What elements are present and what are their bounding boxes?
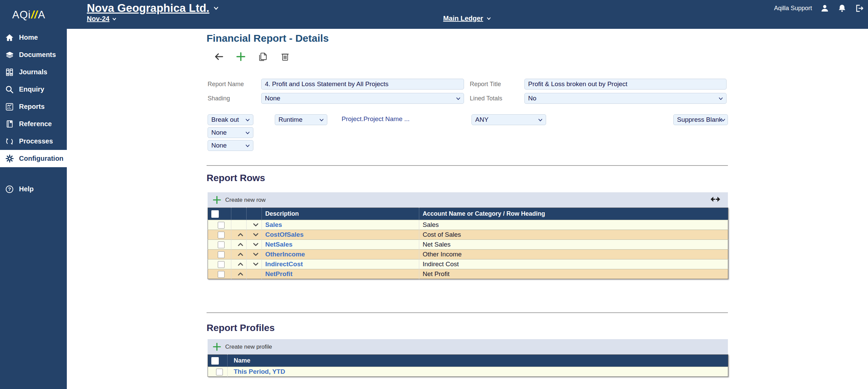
create-new-profile-button[interactable]: Create new profile (212, 342, 272, 351)
none-value: None (211, 142, 227, 149)
breakout-none-select-3[interactable]: None (208, 140, 253, 151)
column-header-name: Name (228, 355, 728, 367)
user-icon[interactable] (820, 4, 829, 13)
row-checkbox[interactable] (218, 251, 225, 258)
row-account-name: Other Income (423, 251, 462, 258)
row-checkbox[interactable] (218, 271, 225, 278)
report-name-input[interactable] (261, 79, 464, 90)
move-up-icon[interactable] (237, 260, 244, 268)
report-name-label: Report Name (208, 81, 261, 88)
row-checkbox[interactable] (216, 369, 223, 375)
report-profiles-toolbar: Create new profile (208, 339, 728, 354)
select-all-checkbox[interactable] (211, 357, 219, 365)
move-down-icon[interactable] (252, 251, 259, 258)
period-selector[interactable]: Nov-24 (87, 15, 219, 23)
runtime-value: Runtime (278, 116, 303, 123)
sidebar-item-label: Enquiry (19, 85, 44, 93)
break-out-value: Break out (211, 116, 239, 123)
row-checkbox[interactable] (218, 232, 225, 238)
row-description-link[interactable]: NetSales (265, 241, 292, 248)
none-value: None (211, 129, 227, 136)
sidebar-item-reports[interactable]: Reports (0, 98, 67, 115)
move-down-icon[interactable] (252, 260, 259, 268)
sidebar-item-home[interactable]: Home (0, 29, 67, 46)
sidebar-item-reference[interactable]: Reference (0, 115, 67, 133)
sidebar-item-label: Home (19, 34, 38, 41)
move-up-icon[interactable] (237, 251, 244, 258)
move-down-icon[interactable] (252, 231, 259, 238)
row-description-link[interactable]: CostOfSales (265, 231, 304, 238)
back-button[interactable] (213, 51, 224, 62)
move-up-icon[interactable] (237, 241, 244, 248)
row-checkbox[interactable] (218, 222, 225, 229)
table-header-row: Description Account Name or Category / R… (208, 208, 728, 220)
move-down-icon[interactable] (252, 221, 259, 229)
create-new-row-label: Create new row (225, 197, 266, 203)
move-down-icon[interactable] (252, 241, 259, 248)
create-new-row-button[interactable]: Create new row (212, 195, 266, 205)
project-name-link[interactable]: Project.Project Name ... (342, 115, 410, 123)
row-description-link[interactable]: Sales (265, 221, 282, 228)
column-header-description: Description (262, 208, 419, 220)
row-description-link[interactable]: OtherIncome (265, 251, 305, 258)
report-profiles-table: Name This Period, YTD (208, 354, 728, 377)
add-button[interactable] (235, 51, 246, 62)
company-selector[interactable]: Nova Geographica Ltd. (87, 2, 219, 15)
sidebar-item-journals[interactable]: Journals (0, 63, 67, 81)
sidebar-item-configuration[interactable]: Configuration (0, 150, 67, 167)
period-label: Nov-24 (87, 15, 110, 23)
ledger-selector[interactable]: Main Ledger (443, 15, 492, 22)
table-row: This Period, YTD (208, 367, 728, 377)
resize-columns-button[interactable] (710, 196, 720, 203)
shading-select[interactable]: None (261, 93, 464, 104)
table-row: OtherIncome Other Income (208, 250, 728, 259)
move-up-icon[interactable] (237, 231, 244, 238)
logout-icon[interactable] (855, 4, 864, 13)
back-icon (214, 52, 224, 62)
row-checkbox[interactable] (218, 261, 225, 268)
row-account-name: Cost of Sales (423, 231, 461, 238)
chevron-down-icon (213, 5, 219, 12)
report-profiles-heading: Report Profiles (207, 323, 275, 333)
sidebar-item-label: Help (19, 185, 34, 193)
suppress-blank-select[interactable]: Suppress Blank (673, 114, 728, 125)
sidebar-item-processes[interactable]: Processes (0, 133, 67, 150)
any-select[interactable]: ANY (471, 114, 546, 125)
row-account-name: Net Sales (423, 241, 450, 248)
sidebar-item-documents[interactable]: Documents (0, 46, 67, 63)
profile-name-link[interactable]: This Period, YTD (234, 368, 285, 375)
page-title: Financial Report - Details (207, 33, 329, 44)
breakout-none-select-2[interactable]: None (208, 127, 253, 138)
lined-totals-select[interactable]: No (524, 93, 727, 104)
report-rows-table: Description Account Name or Category / R… (208, 208, 728, 279)
sidebar-item-label: Reports (19, 103, 45, 111)
sidebar-item-label: Journals (19, 68, 47, 76)
row-checkbox[interactable] (218, 241, 225, 248)
journals-icon (4, 67, 15, 77)
chevron-down-icon (718, 96, 724, 101)
runtime-select[interactable]: Runtime (275, 114, 327, 125)
row-description-link[interactable]: NetProfit (265, 270, 292, 277)
break-out-select[interactable]: Break out (208, 114, 253, 125)
copy-button[interactable] (257, 51, 268, 62)
chevron-down-icon (112, 16, 117, 22)
company-name: Nova Geographica Ltd. (87, 2, 209, 15)
report-rows-heading: Report Rows (207, 173, 265, 183)
table-row: IndirectCost Indirect Cost (208, 259, 728, 269)
report-title-input[interactable] (524, 79, 727, 90)
sidebar-item-help[interactable]: ? Help (0, 180, 67, 198)
sidebar-item-enquiry[interactable]: Enquiry (0, 81, 67, 98)
trash-icon (280, 52, 290, 62)
table-header-row: Name (208, 355, 728, 367)
row-description-link[interactable]: IndirectCost (265, 260, 303, 268)
chevron-down-icon (245, 117, 250, 123)
table-row: CostOfSales Cost of Sales (208, 230, 728, 240)
select-all-checkbox[interactable] (211, 210, 219, 218)
delete-button[interactable] (279, 51, 290, 62)
logo-text-end: A (38, 9, 45, 21)
add-icon (235, 51, 246, 62)
bell-icon[interactable] (837, 4, 847, 13)
report-rows-toolbar: Create new row (208, 192, 728, 208)
breakout-settings: Break out Runtime Project.Project Name .… (208, 114, 728, 153)
move-up-icon[interactable] (237, 270, 244, 278)
